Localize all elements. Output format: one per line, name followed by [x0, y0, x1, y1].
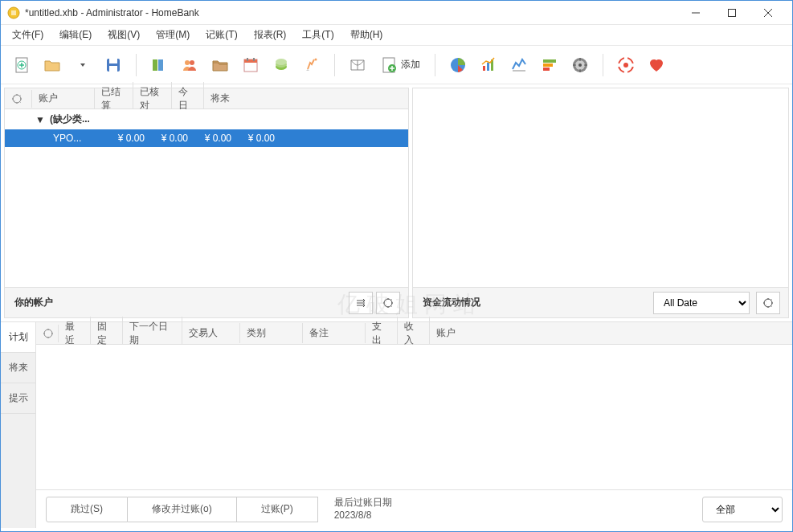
filter-all-select[interactable]: 全部 [702, 497, 783, 522]
report-statistics-button[interactable] [445, 52, 471, 78]
flow-panel: 资金流动情况 All Date [412, 88, 789, 318]
window-title: *untitled.xhb - Administrator - HomeBank [25, 7, 677, 18]
svg-rect-50 [631, 63, 634, 67]
report-balance-button[interactable] [506, 52, 532, 78]
col-account[interactable]: 账户 [430, 323, 792, 343]
account-today: ¥ 0.00 [190, 133, 231, 144]
open-file-button[interactable] [39, 52, 65, 78]
col-category[interactable]: 类别 [240, 323, 303, 343]
date-filter-select[interactable]: All Date [653, 292, 750, 314]
svg-rect-1 [11, 10, 16, 15]
svg-point-24 [315, 58, 317, 60]
menu-file[interactable]: 文件(F) [4, 25, 51, 45]
accounts-settings-icon[interactable] [5, 90, 32, 108]
minimize-button[interactable] [677, 2, 713, 24]
tab-future[interactable]: 将来 [1, 353, 35, 383]
edit-post-button[interactable]: 修改并过账(o) [128, 497, 237, 522]
manage-scheduled-button[interactable] [238, 52, 264, 78]
svg-rect-18 [244, 59, 257, 63]
show-transactions-button[interactable] [345, 52, 370, 78]
accounts-section-label: 你的帐户 [14, 296, 345, 309]
tab-tips[interactable]: 提示 [1, 383, 35, 414]
flow-chart-area [413, 88, 788, 287]
skip-button[interactable]: 跳过(S) [46, 497, 128, 522]
svg-rect-49 [618, 63, 621, 67]
svg-point-15 [185, 60, 190, 65]
app-icon [7, 6, 20, 19]
menubar: 文件(F) 编辑(E) 视图(V) 管理(M) 记账(T) 报表(R) 工具(T… [1, 25, 792, 46]
menu-edit[interactable]: 编辑(E) [51, 25, 100, 45]
menu-manage[interactable]: 管理(M) [148, 25, 198, 45]
accounts-section-bar: 你的帐户 [5, 287, 408, 317]
svg-rect-35 [543, 59, 556, 63]
caret-down-icon: ▼ [35, 114, 45, 125]
manage-budget-button[interactable] [268, 52, 294, 78]
menu-help[interactable]: 帮助(H) [342, 25, 391, 45]
svg-rect-48 [624, 70, 627, 73]
menu-view[interactable]: 视图(V) [100, 25, 148, 45]
expand-collapse-button[interactable] [349, 292, 373, 314]
add-label: 添加 [401, 58, 420, 72]
transactions-list[interactable] [36, 345, 792, 489]
account-settings-button[interactable] [376, 292, 400, 314]
last-post-label: 最后过账日期 [334, 497, 392, 509]
transactions-header: 最近 固定 下一个日期 交易人 类别 备注 支出 收入 账户 [36, 322, 792, 345]
account-reconciled: ¥ 0.00 [146, 133, 188, 144]
account-row[interactable]: YPO... ¥ 0.00 ¥ 0.00 ¥ 0.00 ¥ 0.00 [5, 129, 408, 147]
svg-point-46 [623, 63, 628, 68]
last-post-info: 最后过账日期 2023/8/8 [334, 497, 392, 522]
svg-rect-36 [543, 63, 553, 67]
toolbar-separator [136, 54, 137, 76]
accounts-panel: 账户 已结算 已核对 今日 将来 ▼ (缺少类... YPO... ¥ 0.00… [4, 88, 409, 318]
svg-rect-14 [158, 59, 163, 71]
account-name: YPO... [53, 133, 101, 144]
col-account[interactable]: 账户 [32, 88, 95, 108]
add-transaction-button[interactable]: 添加 [375, 52, 425, 78]
svg-rect-12 [109, 66, 117, 72]
accounts-list[interactable]: ▼ (缺少类... YPO... ¥ 0.00 ¥ 0.00 ¥ 0.00 ¥ … [5, 109, 408, 287]
maximize-button[interactable] [713, 2, 750, 24]
save-button[interactable] [100, 52, 126, 78]
post-button[interactable]: 过账(P) [237, 497, 318, 522]
menu-report[interactable]: 报表(R) [246, 25, 295, 45]
svg-rect-47 [624, 57, 627, 60]
flow-settings-button[interactable] [756, 292, 780, 314]
flow-section-bar: 资金流动情况 All Date [413, 287, 788, 317]
trans-settings-icon[interactable] [36, 325, 59, 342]
help-button[interactable] [613, 52, 639, 78]
bottom-area: 计划 将来 提示 最近 固定 下一个日期 交易人 类别 备注 支出 收入 账户 … [1, 321, 792, 528]
svg-rect-13 [153, 59, 157, 71]
svg-rect-3 [728, 9, 735, 16]
close-button[interactable] [750, 2, 786, 24]
manage-payees-button[interactable] [177, 52, 202, 78]
col-memo[interactable]: 备注 [303, 323, 366, 343]
account-group-row[interactable]: ▼ (缺少类... [5, 109, 408, 129]
report-trend-button[interactable] [476, 52, 501, 78]
bottom-content: 最近 固定 下一个日期 交易人 类别 备注 支出 收入 账户 跳过(S) 修改并… [36, 322, 792, 528]
svg-rect-11 [109, 59, 117, 63]
tab-plan[interactable]: 计划 [1, 322, 35, 353]
toolbar-separator [334, 54, 335, 76]
manage-categories-button[interactable] [207, 52, 233, 78]
report-vehicle-button[interactable] [567, 52, 593, 78]
group-label: (缺少类... [50, 113, 90, 126]
accounts-header: 账户 已结算 已核对 今日 将来 [5, 88, 408, 109]
open-recent-dropdown[interactable] [70, 52, 96, 78]
account-future: ¥ 0.00 [233, 133, 275, 144]
col-payee[interactable]: 交易人 [182, 323, 240, 343]
col-future[interactable]: 将来 [204, 88, 408, 108]
svg-point-57 [44, 329, 52, 338]
menu-transaction[interactable]: 记账(T) [198, 25, 245, 45]
side-tabs: 计划 将来 提示 [1, 322, 36, 528]
donate-button[interactable] [644, 52, 669, 78]
new-file-button[interactable] [9, 52, 35, 78]
manage-assignments-button[interactable] [299, 52, 325, 78]
titlebar: *untitled.xhb - Administrator - HomeBank [1, 1, 792, 25]
report-budget-button[interactable] [537, 52, 562, 78]
menu-tools[interactable]: 工具(T) [294, 25, 341, 45]
toolbar-separator [435, 54, 435, 76]
toolbar: 添加 [1, 46, 792, 84]
svg-rect-37 [543, 68, 550, 71]
manage-accounts-button[interactable] [146, 52, 172, 78]
svg-rect-31 [483, 66, 485, 71]
